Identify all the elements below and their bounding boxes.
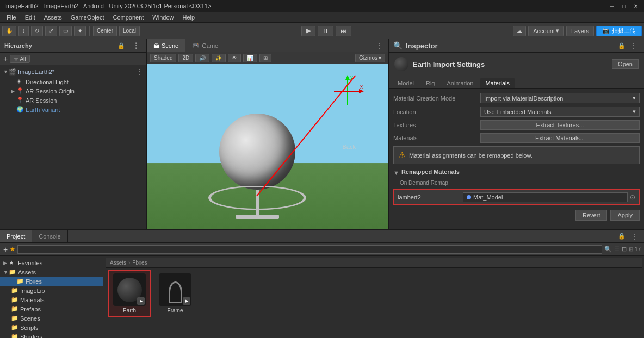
- menu-component[interactable]: Component: [108, 13, 148, 22]
- add-project-btn[interactable]: +: [3, 245, 8, 254]
- file-item-earth[interactable]: ▶ Earth: [108, 270, 151, 317]
- three-dot-project[interactable]: ⋮: [629, 232, 641, 241]
- upload-btn[interactable]: 📷 拍摄上传: [596, 26, 642, 36]
- tree-item-earth-variant[interactable]: 🌍 Earth Variant: [0, 105, 146, 114]
- favorites-tree-item[interactable]: ▶ ★ Favorites: [0, 258, 103, 267]
- maximize-btn[interactable]: □: [620, 2, 628, 10]
- sort-btn[interactable]: ⊞: [622, 246, 627, 253]
- location-dropdown[interactable]: Use Embedded Materials ▾: [480, 107, 640, 117]
- grid-btn[interactable]: ⊞: [259, 54, 271, 62]
- menu-gameobject[interactable]: GameObject: [66, 13, 109, 22]
- inspector-lock[interactable]: 🔒: [618, 42, 626, 49]
- tree-item-arsession-origin[interactable]: ▶ 📍 AR Session Origin: [0, 86, 146, 96]
- tab-console[interactable]: Console: [32, 230, 67, 242]
- extract-textures-btn[interactable]: Extract Textures...: [480, 120, 640, 130]
- add-btn[interactable]: +: [3, 54, 8, 63]
- filter-btn[interactable]: ☰: [614, 246, 620, 253]
- menu-bar: File Edit Assets GameObject Component Wi…: [0, 12, 644, 23]
- effects-btn[interactable]: ✨: [212, 54, 226, 62]
- hand-tool[interactable]: ✋: [2, 26, 16, 36]
- local-btn[interactable]: Local: [119, 26, 140, 36]
- material-creation-dropdown[interactable]: Import via MaterialDescription ▾: [480, 93, 640, 103]
- account-btn[interactable]: Account ▾: [528, 26, 564, 36]
- sphere: [219, 114, 295, 190]
- frame-play-overlay: ▶: [183, 297, 190, 305]
- prefabs-tree-item[interactable]: 📁 Prefabs: [0, 304, 103, 314]
- tab-model[interactable]: Model: [392, 78, 419, 88]
- shaders-tree-item[interactable]: 📁 Shaders: [0, 332, 103, 338]
- rect-tool[interactable]: ▭: [59, 26, 72, 36]
- hierarchy-dots[interactable]: ⋮: [130, 41, 142, 50]
- step-btn[interactable]: ⏭: [336, 26, 351, 36]
- back-text: Back: [343, 143, 356, 150]
- tab-animation[interactable]: Animation: [441, 78, 479, 88]
- minimize-btn[interactable]: ─: [608, 2, 616, 10]
- hidden-btn[interactable]: 👁: [228, 54, 241, 62]
- breadcrumb-assets[interactable]: Assets: [110, 260, 126, 266]
- apply-btn[interactable]: Apply: [610, 210, 640, 221]
- hierarchy-lock[interactable]: 🔒: [116, 42, 127, 49]
- remap-value-container: Mat_Model: [463, 192, 628, 202]
- play-btn[interactable]: ▶: [301, 26, 315, 36]
- project-search[interactable]: [17, 245, 602, 254]
- file-item-frame[interactable]: ▶ Frame: [153, 270, 197, 317]
- assets-tree-item[interactable]: ▼ 📁 Assets: [0, 267, 103, 277]
- three-dot-imageearth[interactable]: ⋮: [135, 67, 143, 76]
- rotate-tool[interactable]: ↻: [31, 26, 43, 36]
- revert-btn[interactable]: Revert: [575, 210, 607, 221]
- import-settings-header: Earth Import Settings Open: [389, 53, 644, 76]
- remap-target-btn[interactable]: ⊙: [630, 193, 635, 201]
- gizmos-btn[interactable]: Gizmos ▾: [355, 54, 385, 62]
- scale-tool[interactable]: ⤢: [45, 26, 57, 36]
- close-btn[interactable]: ✕: [632, 2, 640, 10]
- tab-materials[interactable]: Materials: [480, 78, 515, 88]
- menu-edit[interactable]: Edit: [21, 13, 40, 22]
- tab-scene[interactable]: 🏔 Scene: [147, 39, 185, 52]
- remapped-arrow[interactable]: ▼: [393, 170, 399, 176]
- tree-item-dirlight[interactable]: ☀ Directional Light: [0, 77, 146, 86]
- menu-file[interactable]: File: [2, 13, 21, 22]
- menu-help[interactable]: Help: [178, 13, 199, 22]
- menu-assets[interactable]: Assets: [40, 13, 66, 22]
- audio-btn[interactable]: 🔊: [195, 54, 209, 62]
- scripts-tree-item[interactable]: 📁 Scripts: [0, 323, 103, 332]
- materials-tree-item[interactable]: 📁 Materials: [0, 295, 103, 304]
- imagelib-tree-item[interactable]: 📁 ImageLib: [0, 286, 103, 295]
- tab-game[interactable]: 🎮 Game: [185, 39, 225, 52]
- all-filter[interactable]: ☆ All: [10, 55, 29, 63]
- 2d-btn[interactable]: 2D: [178, 54, 193, 62]
- tree-item-imageearth[interactable]: ▼ 🎬 ImageEarth2* ⋮: [0, 66, 146, 77]
- icon-ar-session: 📍: [16, 97, 24, 104]
- scenes-icon: 📁: [11, 315, 18, 322]
- tab-project[interactable]: Project: [0, 230, 32, 242]
- pause-btn[interactable]: ⏸: [318, 26, 333, 36]
- tab-rig[interactable]: Rig: [420, 78, 441, 88]
- shading-btn[interactable]: Shaded: [150, 54, 176, 62]
- scene-label: Scene: [162, 42, 178, 49]
- find-btn[interactable]: 🔍: [604, 246, 612, 253]
- scenes-tree-item[interactable]: 📁 Scenes: [0, 314, 103, 323]
- extract-materials-btn[interactable]: Extract Materials...: [480, 133, 640, 143]
- three-dot-viewport[interactable]: ⋮: [373, 41, 385, 50]
- center-btn[interactable]: Center: [93, 26, 117, 36]
- lock-project[interactable]: 🔒: [618, 233, 626, 240]
- menu-window[interactable]: Window: [148, 13, 178, 22]
- stand-vertical: [256, 190, 259, 217]
- inspector-title-area: 🔍 Inspector: [393, 41, 438, 50]
- tree-item-arsession[interactable]: 📍 AR Session: [0, 96, 146, 105]
- game-icon: 🎮: [192, 42, 200, 49]
- project-content: ▶ ★ Favorites ▼ 📁 Assets 📁 Fbxes: [0, 256, 644, 338]
- stats-btn[interactable]: 📊: [243, 54, 257, 62]
- inspector-dots[interactable]: ⋮: [628, 41, 640, 50]
- count-icon: ⊞: [629, 246, 633, 252]
- move-tool[interactable]: ↕: [18, 26, 29, 36]
- location-value: Use Embedded Materials: [484, 109, 552, 115]
- transform-tool[interactable]: ✦: [74, 26, 86, 36]
- layers-btn[interactable]: Layers: [566, 26, 594, 36]
- cloud-btn[interactable]: ☁: [513, 26, 526, 36]
- fbxes-tree-item[interactable]: 📁 Fbxes: [0, 277, 103, 286]
- favorites-btn[interactable]: ★: [10, 246, 15, 253]
- breadcrumb-fbxes[interactable]: Fbxes: [132, 260, 147, 266]
- open-btn[interactable]: Open: [612, 59, 639, 69]
- viewport-content[interactable]: ≡ Back y x: [147, 64, 388, 229]
